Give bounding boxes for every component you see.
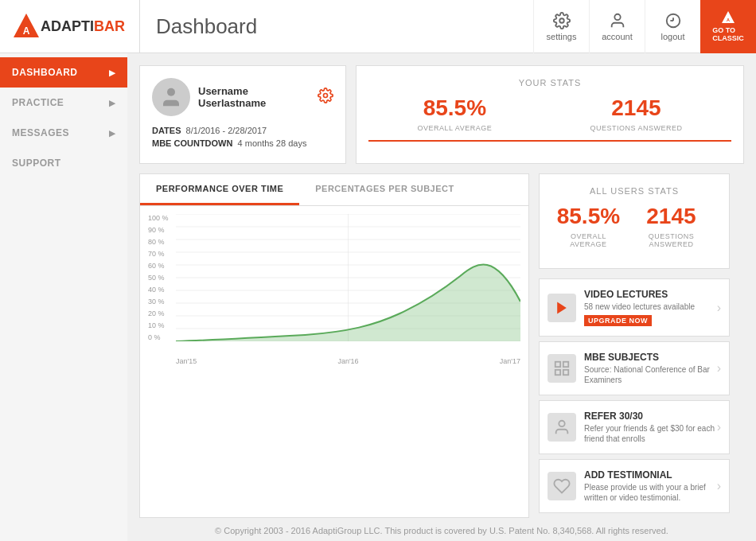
x-axis: Jan'15 Jan'16 Jan'17 — [176, 357, 520, 365]
header-nav: settings account logout A GO TOCLASSIC — [533, 0, 756, 53]
heart-icon — [553, 477, 571, 495]
account-nav-item[interactable]: account — [589, 0, 645, 53]
mbe-subjects-icon — [548, 354, 576, 383]
play-icon — [554, 300, 570, 316]
account-icon — [609, 12, 626, 29]
chart-inner — [176, 214, 520, 341]
chart-area: 100 % 90 % 80 % 70 % 60 % 50 % 40 % 30 %… — [140, 206, 528, 369]
video-lectures-item[interactable]: VIDEO LECTURES 58 new video lectures ava… — [539, 278, 730, 337]
your-questions-answered: 2145 QUESTIONS ANSWERED — [590, 95, 682, 132]
logout-icon — [664, 12, 682, 29]
settings-nav-item[interactable]: settings — [533, 0, 589, 53]
classic-icon: A — [721, 10, 735, 25]
classic-button[interactable]: A GO TOCLASSIC — [700, 0, 756, 53]
account-label: account — [602, 32, 633, 41]
gear-icon — [553, 12, 571, 29]
video-lectures-text: VIDEO LECTURES 58 new video lectures ava… — [584, 289, 717, 326]
svg-point-3 — [614, 14, 620, 19]
grid-icon — [553, 360, 571, 377]
refer-item[interactable]: REFER 30/30 Refer your friends & get $30… — [539, 400, 730, 454]
logo-icon: A — [12, 12, 41, 41]
mbe-subjects-item[interactable]: MBE SUBJECTS Source: National Conference… — [539, 341, 730, 395]
chevron-right-icon: › — [717, 420, 721, 434]
svg-point-10 — [324, 94, 328, 98]
your-stats-values: 85.5% OVERALL AVERAGE 2145 QUESTIONS ANS… — [368, 95, 731, 132]
logout-nav-item[interactable]: logout — [645, 0, 700, 53]
all-overall-average: 85.5% OVERALL AVERAGE — [551, 204, 625, 248]
avatar — [152, 78, 190, 116]
logo: A ADAPTIBAR — [12, 12, 139, 41]
profile-name: Username Userlastname — [198, 85, 318, 109]
svg-point-9 — [167, 88, 175, 96]
chevron-right-icon: › — [717, 301, 721, 315]
chevron-right-icon: › — [717, 361, 721, 376]
svg-text:A: A — [23, 25, 30, 37]
y-axis: 100 % 90 % 80 % 70 % 60 % 50 % 40 % 30 %… — [148, 214, 172, 341]
chart-card: PERFORMANCE OVER TIME PERCENTAGES PER SU… — [139, 173, 529, 518]
sidebar: DASHBOARD ▶ PRACTICE ▶ MESSAGES ▶ SUPPOR… — [0, 53, 127, 541]
footer: © Copyright 2003 - 2016 AdaptiGroup LLC.… — [139, 518, 744, 541]
right-panel: ALL USERS STATS 85.5% OVERALL AVERAGE 21… — [539, 173, 730, 518]
profile-info: DATES 8/1/2016 - 2/28/2017 MBE COUNTDOWN… — [152, 126, 333, 148]
sidebar-item-dashboard[interactable]: DASHBOARD ▶ — [0, 57, 127, 88]
main-layout: DASHBOARD ▶ PRACTICE ▶ MESSAGES ▶ SUPPOR… — [0, 53, 756, 541]
logout-label: logout — [661, 32, 685, 41]
svg-point-2 — [559, 18, 564, 23]
logo-text: ADAPTIBAR — [41, 18, 125, 35]
refer-icon — [548, 413, 576, 442]
refer-text: REFER 30/30 Refer your friends & get $30… — [584, 411, 717, 444]
svg-rect-26 — [555, 370, 560, 375]
all-users-stats-card: ALL USERS STATS 85.5% OVERALL AVERAGE 21… — [539, 173, 730, 269]
x-label-jan16: Jan'16 — [337, 357, 358, 365]
all-users-stats-values: 85.5% OVERALL AVERAGE 2145 QUESTIONS ANS… — [551, 204, 717, 248]
person-icon — [553, 418, 571, 436]
upgrade-badge[interactable]: UPGRADE NOW — [584, 315, 652, 326]
tab-percentages[interactable]: PERCENTAGES PER SUBJECT — [299, 174, 470, 205]
chevron-right-icon: ▶ — [109, 99, 116, 107]
page-title: Dashboard — [139, 0, 533, 53]
profile-dates: DATES 8/1/2016 - 2/28/2017 — [152, 126, 333, 135]
chart-tabs: PERFORMANCE OVER TIME PERCENTAGES PER SU… — [140, 174, 528, 206]
chevron-right-icon: ▶ — [109, 129, 116, 138]
sidebar-item-practice[interactable]: PRACTICE ▶ — [0, 88, 127, 118]
profile-settings-icon[interactable] — [318, 88, 333, 107]
chevron-right-icon: › — [717, 479, 721, 493]
svg-rect-25 — [563, 362, 568, 367]
svg-rect-27 — [563, 370, 568, 375]
x-label-jan15: Jan'15 — [176, 357, 197, 365]
mbe-subjects-text: MBE SUBJECTS Source: National Conference… — [584, 352, 717, 385]
svg-point-28 — [559, 421, 564, 426]
sidebar-item-messages[interactable]: MESSAGES ▶ — [0, 118, 127, 148]
content-area: Username Userlastname DATES 8/1/2016 - 2… — [127, 53, 756, 541]
classic-label: GO TOCLASSIC — [712, 26, 744, 42]
profile-mbe: MBE COUNTDOWN 4 months 28 days — [152, 138, 333, 148]
testimonial-icon — [548, 472, 576, 500]
your-stats-card: YOUR STATS 85.5% OVERALL AVERAGE 2145 QU… — [356, 65, 744, 164]
stats-divider — [368, 140, 731, 142]
performance-chart — [176, 214, 520, 341]
all-users-stats-title: ALL USERS STATS — [551, 186, 717, 196]
svg-text:A: A — [727, 18, 730, 22]
all-questions-answered: 2145 QUESTIONS ANSWERED — [625, 204, 717, 248]
sidebar-item-support[interactable]: SUPPORT — [0, 148, 127, 178]
profile-card: Username Userlastname DATES 8/1/2016 - 2… — [139, 65, 346, 164]
profile-top: Username Userlastname — [152, 78, 333, 116]
chevron-right-icon: ▶ — [109, 68, 116, 77]
your-overall-average: 85.5% OVERALL AVERAGE — [418, 95, 493, 132]
top-cards-row: Username Userlastname DATES 8/1/2016 - 2… — [139, 65, 744, 164]
x-label-jan17: Jan'17 — [500, 357, 520, 365]
testimonial-item[interactable]: ADD TESTIMONIAL Please provide us with y… — [539, 459, 730, 513]
your-stats-title: YOUR STATS — [368, 78, 731, 88]
video-lectures-icon — [548, 294, 576, 322]
testimonial-text: ADD TESTIMONIAL Please provide us with y… — [584, 469, 717, 503]
tab-performance[interactable]: PERFORMANCE OVER TIME — [140, 174, 299, 205]
svg-rect-24 — [555, 362, 560, 367]
user-avatar-icon — [159, 85, 183, 109]
bottom-row: PERFORMANCE OVER TIME PERCENTAGES PER SU… — [139, 173, 744, 518]
settings-label: settings — [547, 32, 577, 41]
svg-marker-23 — [557, 302, 567, 313]
header: A ADAPTIBAR Dashboard settings account — [0, 0, 756, 53]
